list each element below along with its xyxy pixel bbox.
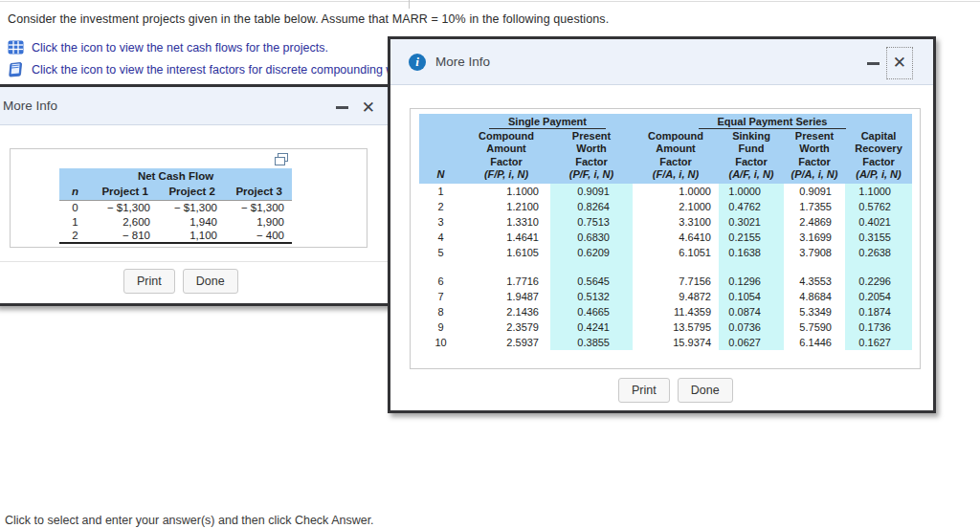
table-cell: 0.4665 xyxy=(550,304,633,319)
table-cell: 1.1000 xyxy=(845,184,912,199)
table-cell: 0.1627 xyxy=(845,335,912,350)
table-cell: 1.0000 xyxy=(633,184,719,199)
cashflow-dialog: More Info ✕ Net Cash Flow n Project 1 Pr… xyxy=(0,84,394,306)
factors-book-icon[interactable] xyxy=(8,61,24,77)
table-cell: 0.4762 xyxy=(719,199,784,214)
page-top-divider xyxy=(0,1,980,2)
table-row: 102.59370.385515.93740.06276.14460.1627 xyxy=(419,335,912,350)
table-cell: 3.7908 xyxy=(784,245,845,260)
column-header-project1: Project 1 xyxy=(91,184,158,200)
done-button[interactable]: Done xyxy=(678,378,733,403)
popout-icon[interactable] xyxy=(278,153,288,162)
column-header-project3: Project 3 xyxy=(225,184,292,200)
table-cell: 0.5132 xyxy=(550,289,633,304)
table-cell: 3 xyxy=(419,214,462,230)
table-cell: 4.6410 xyxy=(633,230,719,245)
table-cell: 10 xyxy=(419,335,462,350)
table-cell: 11.4359 xyxy=(633,304,719,319)
table-cell: − 810 xyxy=(91,229,158,243)
table-cell: 4.8684 xyxy=(784,289,845,304)
question-text: Consider the investment projects given i… xyxy=(8,12,609,26)
table-cell: 6 xyxy=(419,274,462,289)
dialog-divider xyxy=(0,261,391,262)
table-cell: − $1,300 xyxy=(91,200,158,214)
instruction-cashflow-text: Click the icon to view the net cash flow… xyxy=(32,41,328,55)
column-header: CapitalRecoveryFactor(A/P, i, N) xyxy=(845,130,912,184)
table-cell: 0.3855 xyxy=(550,335,633,350)
table-cell: 1.4641 xyxy=(462,230,550,245)
table-cell: 0.9091 xyxy=(784,184,845,199)
table-cell: 0.3021 xyxy=(719,214,784,230)
factors-table-frame: Single Payment Equal Payment Series N Co… xyxy=(410,108,921,369)
table-cell: 1.9487 xyxy=(462,289,550,304)
table-cell: 0.9091 xyxy=(550,184,633,199)
table-cell: 0.2155 xyxy=(719,230,784,245)
page-column-divider xyxy=(409,0,410,9)
table-row: 0− $1,300− $1,300− $1,300 xyxy=(59,200,292,214)
spacer-row xyxy=(419,260,912,274)
cashflow-table-icon[interactable] xyxy=(8,39,24,55)
table-cell: 0.5762 xyxy=(845,199,912,214)
column-header: CompoundAmountFactor(F/A, i, N) xyxy=(633,130,719,184)
table-cell: 1,940 xyxy=(158,214,225,229)
table-cell: 2.4869 xyxy=(784,214,845,230)
table-cell: 1,900 xyxy=(225,214,292,229)
column-header: PresentWorthFactor(P/A, i, N) xyxy=(784,130,845,184)
done-button[interactable]: Done xyxy=(183,269,238,294)
table-cell: − $1,300 xyxy=(158,200,225,214)
table-cell: 3.1699 xyxy=(784,230,845,245)
table-row: 71.94870.51329.48720.10544.86840.2054 xyxy=(419,289,912,304)
table-cell: 1.3310 xyxy=(462,214,550,230)
table-row: 61.77160.56457.71560.12964.35530.2296 xyxy=(419,274,912,289)
print-button[interactable]: Print xyxy=(123,269,175,294)
close-icon[interactable]: ✕ xyxy=(362,99,375,116)
factors-dialog: i More Info ✕ Single Payment Equal Payme… xyxy=(388,36,936,413)
table-cell: 1 xyxy=(419,184,462,199)
close-icon[interactable]: ✕ xyxy=(886,47,913,79)
table-cell: 15.9374 xyxy=(633,335,719,350)
info-icon: i xyxy=(409,54,426,71)
table-cell: 6.1446 xyxy=(784,335,845,350)
table-cell: 1.0000 xyxy=(719,184,784,199)
table-cell: 2.1000 xyxy=(633,199,719,214)
table-cell: 2 xyxy=(419,199,462,214)
table-row: 31.33100.75133.31000.30212.48690.4021 xyxy=(419,214,912,230)
table-cell: 0.4021 xyxy=(845,214,912,230)
footer-instruction: Click to select and enter your answer(s)… xyxy=(5,514,374,527)
table-row: 51.61050.62096.10510.16383.79080.2638 xyxy=(419,245,912,260)
table-cell: 0.1638 xyxy=(719,245,784,260)
factors-dialog-titlebar[interactable]: i More Info ✕ xyxy=(390,39,933,85)
table-cell: 9.4872 xyxy=(633,289,719,304)
table-cell: 0.3155 xyxy=(845,230,912,245)
cashflow-dialog-title: More Info xyxy=(3,99,57,113)
table-cell: 2.5937 xyxy=(462,335,550,350)
table-cell: 1.2100 xyxy=(462,199,550,214)
table-cell: 0.7513 xyxy=(550,214,633,230)
table-cell: 0.0627 xyxy=(719,335,784,350)
column-header-project2: Project 2 xyxy=(158,184,225,200)
cashflow-dialog-titlebar[interactable]: More Info ✕ xyxy=(0,87,391,125)
table-cell: 4.3553 xyxy=(784,274,845,289)
table-cell: 1.7716 xyxy=(462,274,550,289)
table-row: 82.14360.466511.43590.08745.33490.1874 xyxy=(419,304,912,319)
column-header: PresentWorthFactor(P/F, i, N) xyxy=(550,130,633,184)
instruction-cashflow-row: Click the icon to view the net cash flow… xyxy=(8,39,328,55)
table-cell: 1.1000 xyxy=(462,184,550,199)
table-cell: − 400 xyxy=(225,229,292,243)
table-cell: 8 xyxy=(419,304,462,319)
table-cell: 0.1736 xyxy=(845,319,912,335)
table-cell: 0.0736 xyxy=(719,319,784,335)
table-row: 92.35790.424113.57950.07365.75900.1736 xyxy=(419,319,912,335)
table-cell: 4 xyxy=(419,230,462,245)
cashflow-table: Net Cash Flow n Project 1 Project 2 Proj… xyxy=(59,168,292,244)
minimize-icon[interactable] xyxy=(336,106,348,109)
minimize-icon[interactable] xyxy=(867,62,880,65)
table-cell: 0.0874 xyxy=(719,304,784,319)
factors-table: Single Payment Equal Payment Series N Co… xyxy=(419,114,912,350)
column-header: SinkingFundFactor(A/F, i, N) xyxy=(719,130,784,184)
table-cell: 6.1051 xyxy=(633,245,719,260)
table-cell: 0.1054 xyxy=(719,289,784,304)
table-row: 11.10000.90911.00001.00000.90911.1000 xyxy=(419,184,912,199)
table-cell: 5.7590 xyxy=(784,319,845,335)
print-button[interactable]: Print xyxy=(618,378,670,403)
